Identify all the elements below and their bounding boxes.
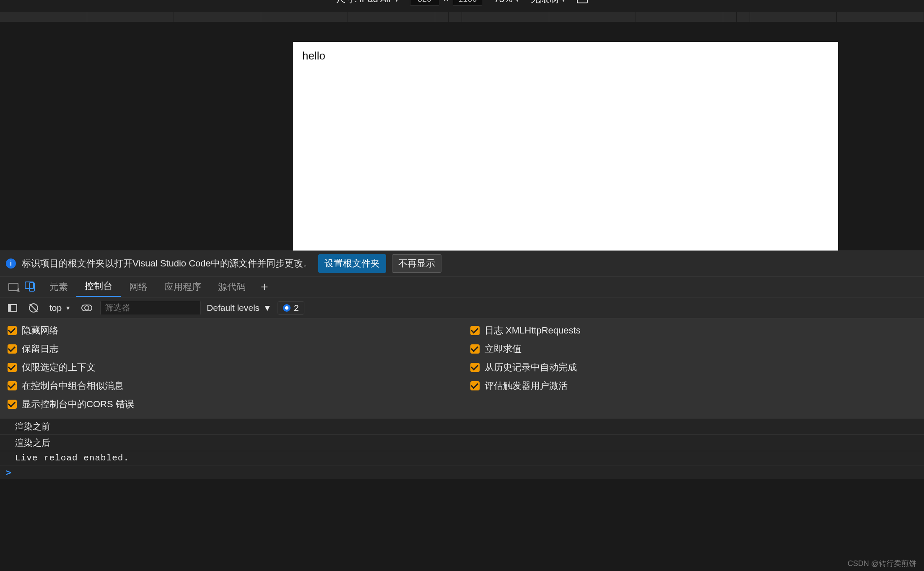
inspect-element-button[interactable]	[4, 278, 23, 296]
settings-right-column: 日志 XMLHttpRequests 立即求值 从历史记录中自动完成 评估触发器…	[470, 324, 916, 411]
throttle-label: 无限制	[531, 0, 565, 5]
zoom-label: 75%	[494, 0, 519, 5]
checkbox-label: 立即求值	[485, 343, 522, 355]
context-label: top	[49, 303, 62, 313]
checkbox-selected-context-only[interactable]: 仅限选定的上下文	[8, 361, 454, 374]
dimensions-group: 820 × 1180	[410, 0, 483, 4]
more-tabs-button[interactable]: +	[254, 280, 275, 294]
checkbox-input[interactable]	[8, 381, 17, 390]
info-icon: i	[6, 258, 16, 269]
infobar: i 标识项目的根文件夹以打开Visual Studio Code中的源文件并同步…	[0, 251, 924, 276]
device-label: 尺寸: iPad Air	[336, 0, 398, 5]
checkbox-label: 日志 XMLHttpRequests	[485, 324, 581, 337]
page-viewport: hello	[0, 22, 924, 251]
tab-elements[interactable]: 元素	[41, 276, 76, 297]
eye-icon	[81, 305, 92, 311]
height-input[interactable]: 1180	[453, 0, 482, 6]
issues-button[interactable]: 2	[278, 301, 304, 315]
checkbox-autocomplete-history[interactable]: 从历史记录中自动完成	[470, 361, 916, 374]
log-line[interactable]: 渲染之后	[0, 435, 924, 451]
checkbox-input[interactable]	[470, 326, 480, 335]
rotate-icon	[577, 0, 588, 3]
checkbox-label: 在控制台中组合相似消息	[22, 380, 123, 392]
checkbox-show-cors-errors[interactable]: 显示控制台中的CORS 错误	[8, 398, 454, 411]
console-settings-panel: 隐藏网络 保留日志 仅限选定的上下文 在控制台中组合相似消息 显示控制台中的CO…	[0, 318, 924, 419]
infobar-message: 标识项目的根文件夹以打开Visual Studio Code中的源文件并同步更改…	[22, 257, 312, 270]
toggle-device-toolbar-button[interactable]	[23, 278, 41, 296]
tab-network[interactable]: 网络	[121, 276, 156, 297]
checkbox-eager-eval[interactable]: 立即求值	[470, 343, 916, 355]
checkbox-label: 从历史记录中自动完成	[485, 361, 577, 374]
checkbox-input[interactable]	[8, 400, 17, 409]
console-prompt[interactable]: >	[0, 465, 924, 479]
device-icon	[29, 282, 35, 292]
execution-context-select[interactable]: top ▼	[47, 303, 73, 313]
chevron-down-icon: ▼	[263, 303, 272, 313]
toggle-console-sidebar-button[interactable]	[5, 300, 20, 315]
dimension-x: ×	[444, 0, 449, 5]
width-input[interactable]: 820	[410, 0, 439, 6]
device-select[interactable]: 尺寸: iPad Air	[336, 0, 398, 4]
console-log-area: 渲染之前 渲染之后 Live reload enabled. >	[0, 419, 924, 479]
checkbox-preserve-log[interactable]: 保留日志	[8, 343, 454, 355]
device-toolbar: 尺寸: iPad Air 820 × 1180 75% 无限制	[0, 0, 924, 12]
rotate-button[interactable]	[577, 0, 588, 4]
log-line[interactable]: 渲染之前	[0, 419, 924, 435]
ruler	[0, 12, 924, 22]
levels-label: Default levels	[207, 303, 260, 313]
page-content-text: hello	[302, 49, 325, 62]
issues-count: 2	[294, 303, 299, 313]
sidebar-icon	[8, 304, 17, 312]
zoom-select[interactable]: 75%	[494, 0, 519, 4]
issue-dot-icon	[283, 304, 291, 312]
checkbox-eval-user-activation[interactable]: 评估触发器用户激活	[470, 380, 916, 392]
checkbox-label: 隐藏网络	[22, 324, 59, 337]
watermark: CSDN @转行卖煎饼	[848, 558, 916, 568]
devtools-tabstrip: 元素 控制台 网络 应用程序 源代码 +	[0, 276, 924, 297]
console-filter-input[interactable]	[100, 301, 201, 315]
checkbox-log-xhr[interactable]: 日志 XMLHttpRequests	[470, 324, 916, 337]
checkbox-label: 仅限选定的上下文	[22, 361, 96, 374]
throttle-select[interactable]: 无限制	[531, 0, 565, 4]
checkbox-input[interactable]	[8, 326, 17, 335]
log-line[interactable]: Live reload enabled.	[0, 451, 924, 465]
dismiss-button[interactable]: 不再显示	[392, 254, 441, 273]
clear-icon	[29, 303, 38, 313]
checkbox-label: 显示控制台中的CORS 错误	[22, 398, 134, 411]
checkbox-label: 评估触发器用户激活	[485, 380, 568, 392]
tab-sources[interactable]: 源代码	[210, 276, 254, 297]
console-toolbar: top ▼ Default levels ▼ 2	[0, 297, 924, 318]
inspect-icon	[8, 283, 18, 291]
checkbox-input[interactable]	[470, 381, 480, 390]
checkbox-group-similar[interactable]: 在控制台中组合相似消息	[8, 380, 454, 392]
rendered-page[interactable]: hello	[293, 42, 838, 251]
checkbox-input[interactable]	[470, 363, 480, 372]
log-levels-select[interactable]: Default levels ▼	[207, 303, 272, 313]
clear-console-button[interactable]	[26, 300, 41, 315]
tab-console[interactable]: 控制台	[76, 276, 121, 297]
checkbox-label: 保留日志	[22, 343, 59, 355]
tab-application[interactable]: 应用程序	[156, 276, 210, 297]
checkbox-input[interactable]	[8, 344, 17, 354]
chevron-down-icon: ▼	[65, 305, 71, 311]
checkbox-input[interactable]	[470, 344, 480, 354]
set-root-folder-button[interactable]: 设置根文件夹	[318, 254, 386, 273]
checkbox-input[interactable]	[8, 363, 17, 372]
live-expression-button[interactable]	[79, 300, 94, 315]
checkbox-hide-network[interactable]: 隐藏网络	[8, 324, 454, 337]
settings-left-column: 隐藏网络 保留日志 仅限选定的上下文 在控制台中组合相似消息 显示控制台中的CO…	[8, 324, 454, 411]
